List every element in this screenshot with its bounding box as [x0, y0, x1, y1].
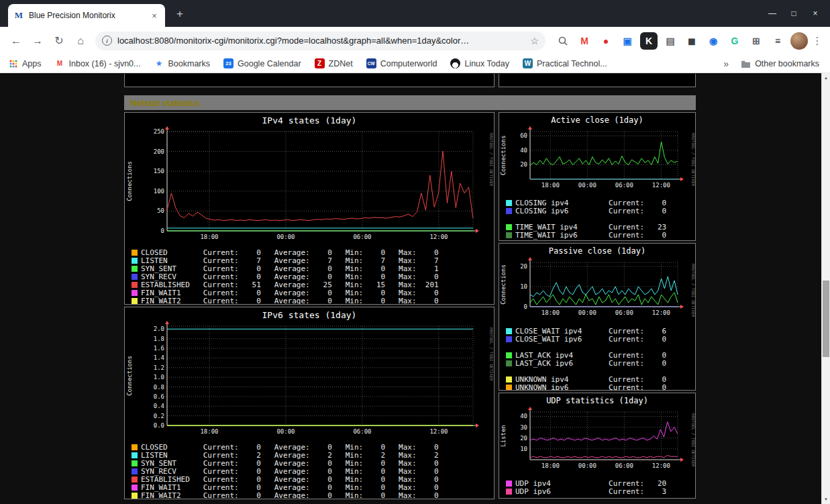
svg-text:12:00: 12:00: [652, 309, 670, 316]
grammarly-icon[interactable]: G: [726, 32, 743, 50]
legend-swatch: [132, 258, 138, 264]
legend-row: LISTEN Current: 7 Average: 7 Min: 7 Max:…: [132, 256, 494, 264]
svg-text:RRDTOOL / TOBI OETIKER: RRDTOOL / TOBI OETIKER: [691, 133, 695, 187]
bookmark-google-calendar[interactable]: 23 Google Calendar: [223, 58, 301, 68]
scroll-down-arrow[interactable]: ▼: [822, 495, 830, 503]
browser-tab[interactable]: M Blue Precision Monitorix ×: [8, 4, 165, 27]
bookmark-linux-today[interactable]: Linux Today: [450, 58, 509, 68]
chart-plot[interactable]: 0.00.20.40.60.81.01.21.41.61.82.018:0000…: [125, 321, 494, 439]
legend-swatch: [506, 352, 512, 358]
legend-row: FIN_WAIT1 Current: 0 Average: 0 Min: 0 M…: [132, 289, 494, 297]
previous-section-remnants: [124, 74, 696, 87]
bookmark-label: Practical Technol...: [537, 59, 607, 68]
svg-text:18:00: 18:00: [541, 462, 560, 469]
k-extension-icon[interactable]: K: [640, 32, 658, 50]
page-content: Netstat statistics IPv4 states (1day) 05…: [0, 73, 830, 504]
bookmark-practical-technology[interactable]: W Practical Technol...: [523, 58, 607, 68]
back-button[interactable]: ←: [7, 32, 25, 50]
browser-menu-icon[interactable]: ⋮: [810, 32, 825, 50]
home-button[interactable]: ⌂: [71, 32, 90, 50]
chart-legend: CLOSED Current: 0 Average: 0 Min: 0 Max:…: [125, 248, 494, 305]
minimize-button[interactable]: —: [762, 0, 783, 27]
bookmark-label: Bookmarks: [168, 59, 211, 68]
chart-plot[interactable]: 1020304018:0000:0006:0012:00ListenRRDTOO…: [499, 407, 695, 471]
svg-text:RRDTOOL / TOBI OETIKER: RRDTOOL / TOBI OETIKER: [691, 413, 695, 467]
docs-icon[interactable]: ▣: [619, 32, 636, 50]
chart-title: IPv6 states (1day): [125, 310, 494, 321]
bookmark-zdnet[interactable]: Z ZDNet: [315, 58, 353, 68]
svg-text:00:00: 00:00: [578, 182, 596, 189]
bookmark-label: Computerworld: [380, 59, 437, 68]
page-scrollbar[interactable]: ▲ ▼: [821, 73, 830, 504]
legend-row: CLOSE_WAIT ipv6 Current: 0: [506, 335, 695, 343]
new-tab-button[interactable]: +: [170, 5, 189, 23]
svg-text:06:00: 06:00: [615, 182, 633, 189]
legend-swatch: [132, 476, 138, 483]
legend-swatch: [506, 328, 512, 334]
chart-ipv4-states: IPv4 states (1day) 05010015020025018:000…: [124, 112, 495, 305]
legend-text: CLOSE_WAIT ipv6 Current: 0: [515, 335, 666, 344]
svg-text:2.0: 2.0: [154, 325, 164, 332]
legend-row: CLOSING ipv4 Current: 0: [506, 199, 695, 207]
bookmark-computerworld[interactable]: CW Computerworld: [366, 58, 437, 68]
forward-button[interactable]: →: [28, 32, 47, 50]
legend-swatch: [506, 360, 512, 366]
lock-icon[interactable]: ◼: [683, 32, 701, 50]
penguin-icon: [450, 58, 460, 68]
apps-shortcut[interactable]: Apps: [8, 58, 42, 68]
browser-window: M Blue Precision Monitorix × + — □ × ← →…: [0, 0, 830, 504]
page-info-icon[interactable]: i: [102, 36, 112, 46]
svg-text:20: 20: [520, 435, 527, 442]
maximize-button[interactable]: □: [783, 0, 805, 27]
other-bookmarks[interactable]: Other bookmarks: [741, 58, 819, 68]
svg-text:1.0: 1.0: [154, 374, 164, 381]
svg-text:50: 50: [157, 207, 164, 214]
chart-plot[interactable]: 20406018:0000:0006:0012:00ConnectionsRRD…: [499, 126, 695, 191]
search-icon[interactable]: [554, 32, 572, 50]
right-chart-column: Active close (1day) 20406018:0000:0006:0…: [499, 112, 696, 499]
chart-plot[interactable]: 0102018:0000:0006:0012:00ConnectionsRRDT…: [499, 257, 695, 319]
chart-legend: UDP ipv4 Current: 20UDP ipv6 Current: 3: [499, 479, 695, 495]
bookmark-inbox[interactable]: M Inbox (16) - sjvn0...: [55, 58, 141, 68]
close-window-button[interactable]: ×: [805, 0, 826, 27]
address-bar[interactable]: i localhost:8080/monitorix-cgi/monitorix…: [95, 32, 546, 50]
chart-legend: CLOSE_WAIT ipv4 Current: 6CLOSE_WAIT ipv…: [499, 327, 695, 391]
scroll-up-arrow[interactable]: ▲: [822, 74, 830, 82]
bookmark-bookmarks[interactable]: ★ Bookmarks: [154, 58, 211, 68]
svg-text:00:00: 00:00: [276, 428, 295, 435]
svg-text:18:00: 18:00: [200, 428, 218, 435]
share-icon[interactable]: ●: [597, 32, 615, 50]
svg-text:1.6: 1.6: [154, 345, 164, 352]
tab-strip: M Blue Precision Monitorix × + — □ ×: [0, 0, 830, 27]
chart-plot[interactable]: 05010015020025018:0000:0006:0012:00Conne…: [125, 126, 494, 244]
extensions-icon[interactable]: ⊞: [747, 32, 765, 50]
tab-close-icon[interactable]: ×: [149, 10, 160, 21]
playlist-icon[interactable]: ≡: [769, 32, 786, 50]
url-text[interactable]: localhost:8080/monitorix-cgi/monitorix.c…: [117, 36, 525, 46]
apps-grid-icon: [8, 58, 18, 68]
reload-button[interactable]: ↻: [50, 32, 68, 50]
chart-title: UDP statistics (1day): [499, 396, 695, 407]
chart-canvas: 20406018:0000:0006:0012:00ConnectionsRRD…: [499, 126, 695, 191]
bookmarks-overflow-chevron[interactable]: »: [723, 58, 729, 69]
legend-row: SYN_SENT Current: 0 Average: 0 Min: 0 Ma…: [132, 264, 494, 272]
collections-icon[interactable]: ▤: [662, 32, 679, 50]
scrollbar-thumb[interactable]: [823, 281, 829, 357]
bookmark-star-icon[interactable]: ☆: [530, 36, 539, 46]
zdnet-icon: Z: [315, 58, 325, 68]
bookmark-label: ZDNet: [329, 59, 353, 68]
camera-icon[interactable]: ◉: [705, 32, 722, 50]
legend-row: ESTABLISHED Current: 51 Average: 25 Min:…: [132, 281, 494, 289]
legend-swatch: [132, 282, 138, 288]
star-icon: ★: [154, 58, 164, 68]
charts-grid: IPv4 states (1day) 05010015020025018:000…: [124, 112, 830, 499]
svg-text:12:00: 12:00: [652, 182, 670, 189]
chart-title: Passive close (1day): [499, 246, 695, 257]
gmail-icon[interactable]: M: [576, 32, 593, 50]
calendar-icon: 23: [223, 58, 234, 68]
svg-text:1.4: 1.4: [154, 354, 164, 361]
svg-text:12:00: 12:00: [429, 428, 448, 435]
svg-text:06:00: 06:00: [615, 462, 633, 469]
svg-text:40: 40: [520, 147, 527, 154]
profile-avatar[interactable]: [790, 32, 808, 50]
